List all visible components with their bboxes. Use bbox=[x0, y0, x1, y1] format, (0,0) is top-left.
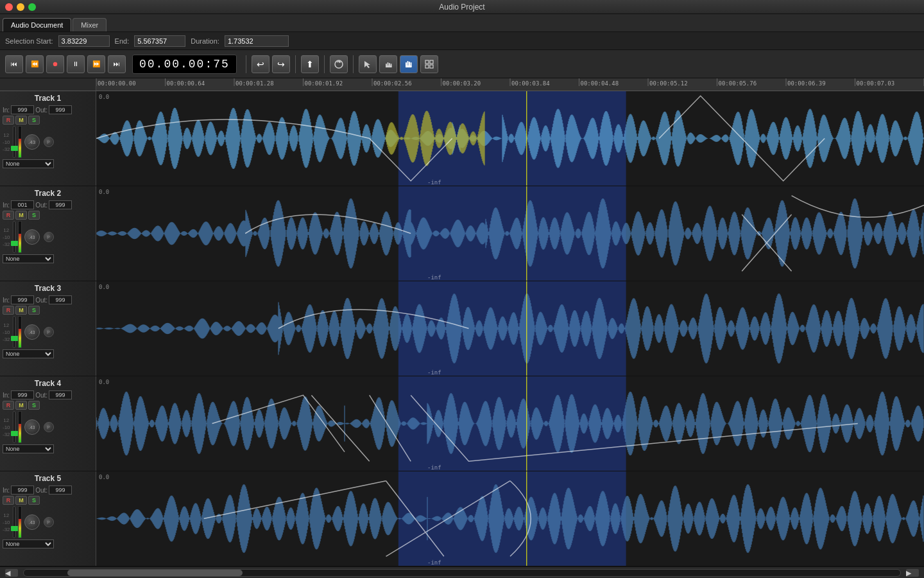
track-3-fader-area: 12 -10 -32 .43 P bbox=[3, 316, 93, 348]
track-4-waveform-canvas bbox=[96, 376, 924, 471]
track-4-pan-knob[interactable]: P bbox=[44, 422, 54, 432]
ruler-row bbox=[0, 78, 924, 91]
track-4-vu-meter bbox=[18, 411, 22, 443]
redo-button[interactable]: ↪ bbox=[272, 55, 290, 73]
track-3-out-input[interactable] bbox=[49, 295, 72, 304]
track-1-r-button[interactable]: R bbox=[3, 116, 14, 125]
track-2-knob[interactable]: .43 bbox=[24, 229, 40, 245]
bottom-bar: ◀ ▶ bbox=[0, 566, 924, 578]
track-3-fader[interactable] bbox=[13, 316, 15, 348]
go-to-start-button[interactable]: ⏮ bbox=[5, 55, 23, 73]
track-3-knob[interactable]: .43 bbox=[24, 324, 40, 340]
track-2-pan-knob[interactable]: P bbox=[44, 232, 54, 242]
track-5-in-input[interactable] bbox=[11, 486, 34, 495]
grid-tool-button[interactable] bbox=[420, 55, 438, 73]
track-5-pan-knob[interactable]: P bbox=[44, 517, 54, 527]
track-1-out-label: Out: bbox=[35, 107, 47, 114]
track-4-out-input[interactable] bbox=[49, 390, 72, 399]
track-2-in-input[interactable] bbox=[11, 200, 34, 209]
track-4-fader-area: 12 -10 -32 .43 P bbox=[3, 411, 93, 443]
track-3-io: In: Out: bbox=[3, 295, 93, 304]
track-5-out-input[interactable] bbox=[49, 486, 72, 495]
selection-duration-input[interactable] bbox=[225, 35, 289, 47]
track-2-waveform[interactable] bbox=[96, 186, 924, 281]
tab-bar: Audio Document Mixer bbox=[0, 14, 924, 32]
track-1-waveform-canvas bbox=[96, 91, 924, 186]
track-1-in-label: In: bbox=[3, 107, 10, 114]
track-2-s-button[interactable]: S bbox=[28, 211, 40, 220]
track-1-knob[interactable]: .43 bbox=[24, 134, 40, 150]
track-3-vu-meter bbox=[18, 316, 22, 348]
track-4-in-input[interactable] bbox=[11, 390, 34, 399]
track-3-waveform[interactable] bbox=[96, 281, 924, 376]
track-row-4: Track 4 In: Out: R M S 12 bbox=[0, 376, 924, 471]
track-2-m-button[interactable]: M bbox=[15, 211, 27, 220]
track-3-r-button[interactable]: R bbox=[3, 306, 14, 315]
track-3-pan-knob[interactable]: P bbox=[44, 327, 54, 337]
go-to-end-button[interactable]: ⏭ bbox=[108, 55, 126, 73]
track-1-m-button[interactable]: M bbox=[15, 116, 27, 125]
hand-tool-button[interactable] bbox=[379, 55, 397, 73]
selection-end-label: End: bbox=[115, 37, 130, 45]
track-2-effect-select[interactable]: None bbox=[3, 254, 54, 263]
close-button[interactable] bbox=[5, 3, 13, 11]
track-5-effect-row: None bbox=[3, 539, 93, 548]
undo-button[interactable]: ↩ bbox=[252, 55, 270, 73]
track-5-fader[interactable] bbox=[13, 506, 15, 538]
tracks-scroll[interactable]: Track 1 In: Out: R M S 12 bbox=[0, 91, 924, 566]
track-4-effect-select[interactable]: None bbox=[3, 444, 54, 453]
record-button[interactable]: ⏺ bbox=[46, 55, 64, 73]
grab-tool-button[interactable] bbox=[400, 55, 418, 73]
maximize-button[interactable] bbox=[28, 3, 36, 11]
track-1-fader[interactable] bbox=[13, 126, 15, 158]
track-2-r-button[interactable]: R bbox=[3, 211, 14, 220]
track-4-s-button[interactable]: S bbox=[28, 401, 40, 410]
track-1-out-input[interactable] bbox=[49, 105, 72, 114]
track-4-knob[interactable]: .43 bbox=[24, 419, 40, 435]
rewind-button[interactable]: ⏪ bbox=[26, 55, 44, 73]
svg-rect-14 bbox=[430, 65, 433, 68]
track-3-s-button[interactable]: S bbox=[28, 306, 40, 315]
track-5-r-button[interactable]: R bbox=[3, 496, 14, 505]
track-4-fader[interactable] bbox=[13, 411, 15, 443]
fast-forward-button[interactable]: ⏩ bbox=[87, 55, 105, 73]
svg-rect-12 bbox=[430, 60, 433, 64]
scroll-left-button[interactable]: ◀ bbox=[5, 569, 18, 577]
track-5-waveform[interactable] bbox=[96, 471, 924, 566]
arrow-tool-button[interactable] bbox=[359, 55, 377, 73]
track-5-fader-area: 12 -10 -32 .43 P bbox=[3, 506, 93, 538]
track-4-r-button[interactable]: R bbox=[3, 401, 14, 410]
tab-mixer[interactable]: Mixer bbox=[73, 18, 107, 31]
export-button[interactable]: ⬆ bbox=[301, 55, 319, 73]
track-5-knob[interactable]: .43 bbox=[24, 514, 40, 530]
pause-button[interactable]: ⏸ bbox=[67, 55, 85, 73]
tab-audio-document[interactable]: Audio Document bbox=[3, 18, 71, 31]
svg-rect-10 bbox=[406, 66, 412, 67]
track-1-buttons: R M S bbox=[3, 116, 93, 125]
track-5-m-button[interactable]: M bbox=[15, 496, 27, 505]
track-1-in-input[interactable] bbox=[11, 105, 34, 114]
track-2-name: Track 2 bbox=[3, 189, 93, 198]
track-5-s-button[interactable]: S bbox=[28, 496, 40, 505]
track-2-fader[interactable] bbox=[13, 221, 15, 253]
track-1-pan-knob[interactable]: P bbox=[44, 137, 54, 147]
track-2-out-input[interactable] bbox=[49, 200, 72, 209]
selection-start-input[interactable] bbox=[58, 35, 110, 47]
minimize-button[interactable] bbox=[17, 3, 24, 11]
track-row-3: Track 3 In: Out: R M S 12 bbox=[0, 281, 924, 376]
track-3-m-button[interactable]: M bbox=[15, 306, 27, 315]
track-4-m-button[interactable]: M bbox=[15, 401, 27, 410]
loop-button[interactable] bbox=[330, 55, 348, 73]
track-3-in-input[interactable] bbox=[11, 295, 34, 304]
track-2-io: In: Out: bbox=[3, 200, 93, 209]
track-5-effect-select[interactable]: None bbox=[3, 539, 54, 548]
track-1-s-button[interactable]: S bbox=[28, 116, 40, 125]
track-4-waveform[interactable] bbox=[96, 376, 924, 471]
scroll-right-button[interactable]: ▶ bbox=[906, 569, 919, 577]
track-1-effect-select[interactable]: None bbox=[3, 159, 54, 168]
track-1-waveform[interactable] bbox=[96, 91, 924, 186]
selection-end-input[interactable] bbox=[134, 35, 185, 47]
track-1-name: Track 1 bbox=[3, 94, 93, 103]
track-3-effect-select[interactable]: None bbox=[3, 349, 54, 358]
horizontal-scrollbar[interactable] bbox=[23, 569, 901, 577]
